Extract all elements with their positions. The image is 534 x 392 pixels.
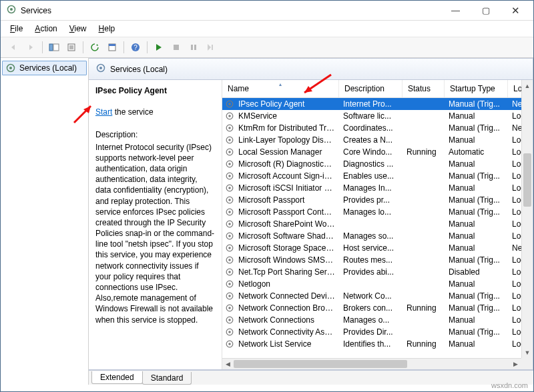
service-row[interactable]: Network Connection BrokerBrokers con...R… — [222, 302, 533, 314]
cell-name: Link-Layer Topology Discov... — [234, 135, 339, 145]
svg-point-40 — [228, 235, 231, 237]
cell-startup: Manual — [445, 183, 508, 193]
gear-icon — [225, 219, 234, 229]
horizontal-scrollbar[interactable]: ◀ ▶ — [222, 358, 521, 369]
help-button[interactable]: ? — [127, 40, 144, 55]
cell-description: Internet Pro... — [339, 99, 403, 109]
col-name[interactable]: ▴ Name — [222, 80, 339, 97]
maximize-button[interactable]: ▢ — [471, 1, 501, 20]
console-tree[interactable]: Services (Local) — [1, 58, 89, 385]
gear-icon — [225, 135, 234, 145]
cell-status: Running — [403, 147, 445, 157]
service-row[interactable]: Microsoft SharePoint Works...ManualLoc — [222, 218, 533, 230]
gear-icon — [5, 63, 16, 73]
properties-button[interactable] — [104, 40, 120, 55]
cell-startup: Manual — [445, 219, 508, 229]
menu-help[interactable]: Help — [93, 22, 121, 35]
menu-action[interactable]: Action — [29, 22, 62, 35]
scroll-thumb[interactable] — [234, 360, 407, 368]
service-row[interactable]: Microsoft Software Shadow...Manages so..… — [222, 230, 533, 242]
cell-startup: Manual (Trig... — [445, 255, 508, 265]
col-startup[interactable]: Startup Type — [445, 80, 508, 97]
svg-point-22 — [228, 127, 231, 129]
svg-point-30 — [228, 175, 231, 177]
cell-name: Network Connected Device... — [234, 291, 339, 301]
service-row[interactable]: Link-Layer Topology Discov...Creates a N… — [222, 134, 533, 146]
cell-startup: Manual (Trig... — [445, 123, 508, 133]
gear-icon — [95, 63, 106, 75]
show-hide-tree-button[interactable] — [46, 40, 62, 55]
cell-startup: Manual — [445, 111, 508, 121]
stop-service-button[interactable] — [168, 40, 184, 55]
svg-point-1 — [10, 8, 13, 11]
service-row[interactable]: Local Session ManagerCore Windo...Runnin… — [222, 146, 533, 158]
service-row[interactable]: Microsoft Account Sign-in ...Enables use… — [222, 170, 533, 182]
service-row[interactable]: KtmRm for Distributed Tran...Coordinates… — [222, 122, 533, 134]
menu-bar: File Action View Help — [1, 21, 533, 37]
svg-point-52 — [228, 307, 231, 309]
svg-rect-12 — [212, 45, 213, 50]
service-row[interactable]: Network ConnectionsManages o...ManualLoc — [222, 314, 533, 326]
gear-icon — [225, 339, 234, 349]
col-description[interactable]: Description — [339, 80, 403, 97]
gear-icon — [225, 243, 234, 253]
detail-panel: IPsec Policy Agent Start the service Des… — [89, 80, 222, 369]
service-row[interactable]: Microsoft Windows SMS Ro...Routes mes...… — [222, 254, 533, 266]
service-row[interactable]: KMServiceSoftware lic...ManualLoc — [222, 110, 533, 122]
forward-button[interactable] — [23, 40, 39, 55]
description-label: Description: — [95, 129, 215, 140]
cell-startup: Manual (Trig... — [445, 327, 508, 337]
svg-point-54 — [228, 319, 231, 321]
cell-name: Network List Service — [234, 339, 339, 349]
vertical-scrollbar[interactable]: ▲ ▼ — [521, 80, 533, 358]
tab-standard[interactable]: Standard — [142, 372, 192, 385]
service-row[interactable]: Net.Tcp Port Sharing ServiceProvides abi… — [222, 266, 533, 278]
export-list-button[interactable] — [63, 40, 79, 55]
column-headers[interactable]: ▴ Name Description Status Startup Type L… — [222, 80, 533, 98]
restart-service-button[interactable] — [203, 40, 219, 55]
cell-description: Creates a N... — [339, 135, 403, 145]
service-row[interactable]: NetlogonManualLoc — [222, 278, 533, 290]
service-row[interactable]: Microsoft Storage Spaces S...Host servic… — [222, 242, 533, 254]
cell-name: Microsoft (R) Diagnostics H... — [234, 159, 339, 169]
service-row[interactable]: Microsoft (R) Diagnostics H...Diagnostic… — [222, 158, 533, 170]
gear-icon — [225, 159, 234, 169]
gear-icon — [225, 231, 234, 241]
title-bar: Services — ▢ ✕ — [1, 1, 533, 21]
scroll-right-icon[interactable]: ▶ — [510, 359, 521, 369]
col-status[interactable]: Status — [403, 80, 445, 97]
minimize-button[interactable]: — — [441, 1, 471, 20]
menu-file[interactable]: File — [5, 22, 28, 35]
scroll-down-icon[interactable]: ▼ — [522, 347, 533, 358]
tree-node-services-local[interactable]: Services (Local) — [2, 61, 87, 75]
svg-point-20 — [228, 115, 231, 117]
svg-point-42 — [228, 247, 231, 249]
scroll-up-icon[interactable]: ▲ — [522, 80, 533, 91]
service-row[interactable]: IPsec Policy AgentInternet Pro...Manual … — [222, 98, 533, 110]
tab-extended[interactable]: Extended — [91, 371, 143, 384]
scroll-thumb[interactable] — [523, 153, 531, 207]
svg-point-34 — [228, 199, 231, 201]
cell-description: Manages o... — [339, 315, 403, 325]
service-row[interactable]: Network Connected Device...Network Co...… — [222, 290, 533, 302]
service-row[interactable]: Microsoft PassportProvides pr...Manual (… — [222, 194, 533, 206]
close-button[interactable]: ✕ — [501, 1, 531, 20]
tree-node-label: Services (Local) — [19, 63, 77, 73]
cell-description: Identifies th... — [339, 339, 403, 349]
menu-view[interactable]: View — [64, 22, 92, 35]
service-row[interactable]: Network Connectivity Assis...Provides Di… — [222, 326, 533, 338]
scroll-left-icon[interactable]: ◀ — [222, 359, 234, 369]
service-row[interactable]: Microsoft iSCSI Initiator Ser...Manages … — [222, 182, 533, 194]
start-service-button[interactable] — [151, 40, 167, 55]
cell-description: Coordinates... — [339, 123, 403, 133]
back-button[interactable] — [5, 40, 21, 55]
description-text: Internet Protocol security (IPsec) suppo… — [95, 142, 215, 325]
svg-point-26 — [228, 151, 231, 153]
cell-startup: Manual (Trig... — [445, 171, 508, 181]
refresh-button[interactable] — [87, 40, 103, 55]
service-row[interactable]: Network List ServiceIdentifies th...Runn… — [222, 338, 533, 350]
service-row[interactable]: Microsoft Passport ContainerManages lo..… — [222, 206, 533, 218]
start-link[interactable]: Start — [95, 107, 112, 117]
pause-service-button[interactable] — [186, 40, 202, 55]
svg-point-24 — [228, 139, 231, 141]
